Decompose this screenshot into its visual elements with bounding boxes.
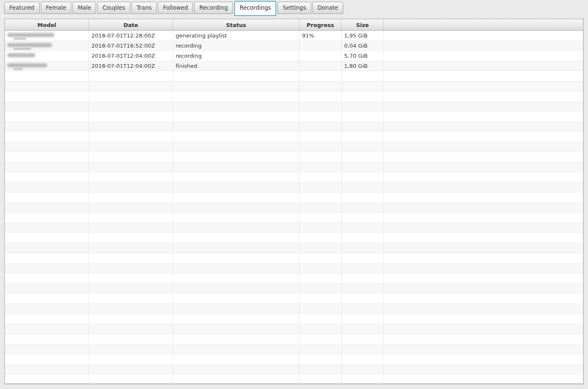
cell-model [5, 294, 89, 304]
table-row-empty[interactable] [5, 243, 583, 253]
table-row-empty[interactable] [5, 375, 583, 384]
table-row-empty[interactable] [5, 274, 583, 284]
cell-progress [299, 182, 342, 193]
table-row-empty[interactable] [5, 91, 583, 102]
table-row-empty[interactable] [5, 223, 583, 233]
cell-size [342, 294, 384, 304]
table-row[interactable]: 2018-07-01T16:52:00Z recording 0,04 GiB [5, 41, 583, 51]
table-row-empty[interactable] [5, 263, 583, 274]
cell-status: recording [173, 51, 299, 61]
cell-size [342, 223, 384, 233]
cell-filler [384, 61, 583, 71]
table-row-empty[interactable] [5, 365, 583, 375]
column-header-status[interactable]: Status [173, 19, 299, 30]
tab-donate[interactable]: Donate [313, 2, 343, 14]
cell-progress [299, 81, 342, 91]
table-row[interactable]: 2018-07-01T12:04:00Z finished 1,80 GiB [5, 61, 583, 71]
cell-filler [384, 365, 583, 375]
cell-filler [384, 314, 583, 324]
table-row-empty[interactable] [5, 182, 583, 193]
table-row-empty[interactable] [5, 132, 583, 142]
table-row-empty[interactable] [5, 314, 583, 324]
tab-couples[interactable]: Couples [97, 2, 130, 14]
cell-progress [299, 41, 342, 51]
table-row-empty[interactable] [5, 304, 583, 314]
cell-status [173, 142, 299, 152]
tab-recording[interactable]: Recording [194, 2, 233, 14]
table-row-empty[interactable] [5, 213, 583, 223]
cell-model [5, 51, 89, 61]
cell-status [173, 182, 299, 193]
cell-status [173, 162, 299, 172]
column-header-size[interactable]: Size [342, 19, 384, 30]
column-header-filler[interactable] [384, 19, 583, 30]
cell-date [89, 213, 173, 223]
cell-size [342, 344, 384, 354]
tab-recordings[interactable]: Recordings [234, 1, 277, 16]
cell-date [89, 274, 173, 284]
cell-status [173, 122, 299, 132]
table-row-empty[interactable] [5, 81, 583, 91]
table-row-empty[interactable] [5, 71, 583, 81]
table-row-empty[interactable] [5, 193, 583, 203]
table-row-empty[interactable] [5, 142, 583, 152]
cell-date [89, 203, 173, 213]
table-row[interactable]: 2018-07-01T12:04:00Z recording 5,70 GiB [5, 51, 583, 61]
table-row-empty[interactable] [5, 203, 583, 213]
cell-progress [299, 51, 342, 61]
table-row-empty[interactable] [5, 324, 583, 334]
cell-size [342, 284, 384, 294]
tab-male[interactable]: Male [72, 2, 96, 14]
cell-date [89, 233, 173, 243]
table-row-empty[interactable] [5, 344, 583, 354]
cell-date [89, 132, 173, 142]
cell-date [89, 354, 173, 365]
cell-filler [384, 31, 583, 41]
table-row-empty[interactable] [5, 294, 583, 304]
cell-filler [384, 203, 583, 213]
cell-model [5, 263, 89, 274]
table-row-empty[interactable] [5, 122, 583, 132]
tab-trans[interactable]: Trans [131, 2, 157, 14]
table-row-empty[interactable] [5, 172, 583, 182]
column-header-model[interactable]: Model [5, 19, 89, 30]
tab-followed[interactable]: Followed [158, 2, 193, 14]
cell-filler [384, 152, 583, 162]
table-row-empty[interactable] [5, 233, 583, 243]
table-row-empty[interactable] [5, 284, 583, 294]
cell-progress [299, 324, 342, 334]
cell-status [173, 263, 299, 274]
table-row-empty[interactable] [5, 162, 583, 172]
cell-status: finished [173, 61, 299, 71]
table-row-empty[interactable] [5, 354, 583, 365]
cell-progress [299, 294, 342, 304]
cell-progress [299, 354, 342, 365]
table-row[interactable]: 2018-07-01T12:28:00Z generating playlist… [5, 31, 583, 41]
cell-status [173, 324, 299, 334]
cell-filler [384, 51, 583, 61]
tab-female[interactable]: Female [41, 2, 72, 14]
cell-size [342, 263, 384, 274]
column-header-date[interactable]: Date [89, 19, 173, 30]
cell-model [5, 102, 89, 112]
cell-progress [299, 243, 342, 253]
table-row-empty[interactable] [5, 112, 583, 122]
column-header-progress[interactable]: Progress [299, 19, 342, 30]
table-row-empty[interactable] [5, 152, 583, 162]
tab-featured[interactable]: Featured [4, 2, 40, 14]
cell-size [342, 365, 384, 375]
table-row-empty[interactable] [5, 253, 583, 263]
table-row-empty[interactable] [5, 102, 583, 112]
tab-settings[interactable]: Settings [278, 2, 311, 14]
cell-model [5, 172, 89, 182]
cell-filler [384, 223, 583, 233]
redacted-model-name [7, 33, 54, 37]
cell-progress [299, 132, 342, 142]
table-row-empty[interactable] [5, 334, 583, 344]
cell-filler [384, 324, 583, 334]
cell-date [89, 253, 173, 263]
cell-status [173, 284, 299, 294]
cell-model [5, 233, 89, 243]
cell-model [5, 243, 89, 253]
cell-progress [299, 71, 342, 81]
